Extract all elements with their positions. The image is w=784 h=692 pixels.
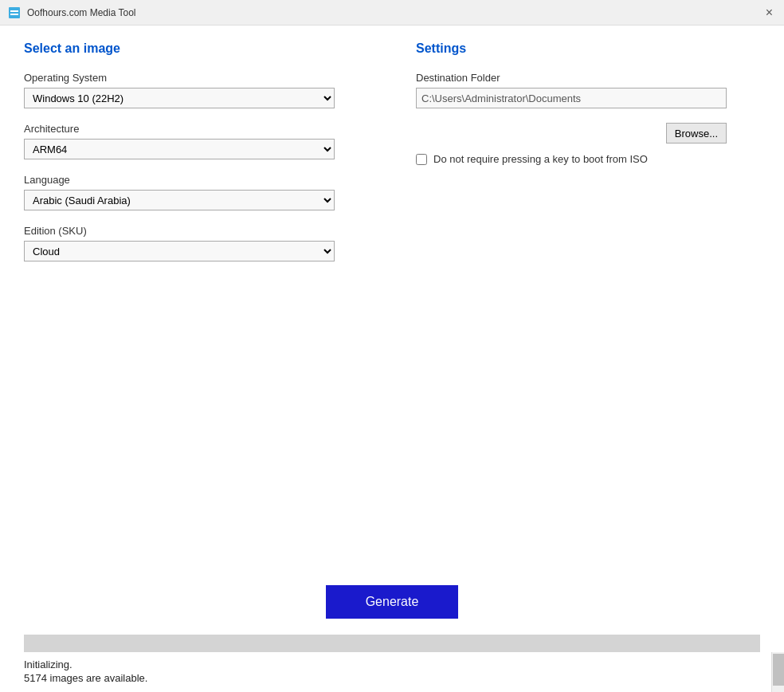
edition-label: Edition (SKU): [24, 225, 368, 237]
progress-bar-container: [24, 635, 760, 652]
log-line-1: Initializing.: [24, 659, 760, 670]
no-key-label[interactable]: Do not require pressing a key to boot fr…: [433, 153, 648, 165]
os-select[interactable]: Windows 10 (22H2) Windows 11 (22H2) Wind…: [24, 88, 335, 108]
svg-rect-1: [10, 10, 18, 12]
lang-select[interactable]: Arabic (Saudi Arabia) English (United St…: [24, 190, 335, 210]
close-button[interactable]: ×: [762, 5, 776, 21]
dest-folder-label: Destination Folder: [416, 72, 760, 84]
log-line-2: 5174 images are available.: [24, 672, 760, 684]
scrollbar-thumb[interactable]: [773, 654, 784, 686]
generate-button[interactable]: Generate: [326, 585, 459, 619]
settings-heading: Settings: [416, 41, 760, 56]
lang-label: Language: [24, 174, 368, 186]
title-bar-left: Oofhours.com Media Tool: [8, 6, 136, 19]
arch-label: Architecture: [24, 123, 368, 135]
checkbox-row: Do not require pressing a key to boot fr…: [416, 153, 760, 165]
dest-folder-field-group: Destination Folder: [416, 72, 760, 108]
no-key-checkbox[interactable]: [416, 154, 427, 165]
arch-select[interactable]: ARM64 x64 x86: [24, 139, 335, 159]
right-panel: Settings Destination Folder Browse... Do…: [400, 41, 760, 545]
log-area: Initializing. 5174 images are available.: [0, 652, 784, 692]
browse-button[interactable]: Browse...: [666, 123, 727, 144]
lang-field-group: Language Arabic (Saudi Arabia) English (…: [24, 174, 368, 210]
main-content: Select an image Operating System Windows…: [0, 26, 784, 561]
os-field-group: Operating System Windows 10 (22H2) Windo…: [24, 72, 368, 108]
dest-folder-input[interactable]: [416, 88, 727, 108]
generate-row: Generate: [0, 561, 784, 635]
arch-field-group: Architecture ARM64 x64 x86: [24, 123, 368, 159]
bottom-section: Initializing. 5174 images are available.: [0, 635, 784, 692]
title-bar: Oofhours.com Media Tool ×: [0, 0, 784, 26]
os-label: Operating System: [24, 72, 368, 84]
edition-select[interactable]: Cloud Home Pro Enterprise Education: [24, 241, 335, 261]
edition-field-group: Edition (SKU) Cloud Home Pro Enterprise …: [24, 225, 368, 261]
scrollbar-track[interactable]: [771, 652, 784, 692]
svg-rect-0: [9, 7, 20, 18]
svg-rect-2: [10, 14, 18, 15]
app-title: Oofhours.com Media Tool: [27, 7, 136, 18]
left-panel: Select an image Operating System Windows…: [24, 41, 400, 545]
app-icon: [8, 6, 21, 19]
select-image-heading: Select an image: [24, 41, 368, 56]
browse-wrapper: Browse...: [416, 123, 727, 144]
